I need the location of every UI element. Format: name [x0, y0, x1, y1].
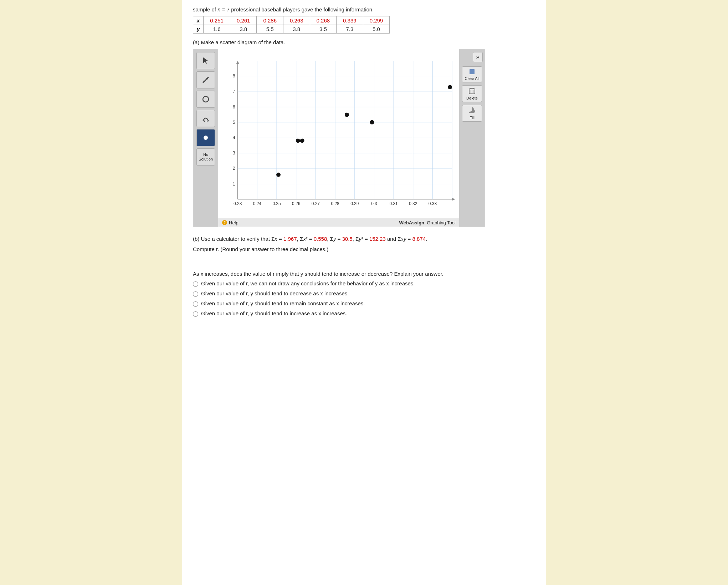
y-label: y — [193, 25, 204, 34]
svg-marker-0 — [203, 57, 208, 64]
svg-text:0.28: 0.28 — [331, 201, 339, 206]
svg-text:5: 5 — [233, 119, 235, 125]
x-val-7: 0.299 — [363, 16, 390, 25]
graph-svg[interactable]: 1 2 3 4 5 6 7 8 0.23 0.24 0.25 0.26 0.27 — [218, 49, 459, 218]
radio-option-2[interactable]: Given our value of r, y should tend to d… — [193, 290, 535, 297]
expand-button[interactable]: » — [473, 52, 483, 62]
graphing-tool: No Solution — [193, 49, 485, 227]
delete-button[interactable]: Delete — [462, 85, 482, 102]
data-point-5 — [345, 113, 349, 117]
x-val-1: 0.251 — [204, 16, 230, 25]
part-a-label: (a) Make a scatter diagram of the data. — [193, 39, 535, 45]
radio-option-1[interactable]: Given our value of r, we can not draw an… — [193, 280, 535, 287]
data-point-1 — [276, 173, 281, 177]
y-val-5: 3.5 — [310, 25, 337, 34]
radio-group: Given our value of r, we can not draw an… — [193, 280, 535, 317]
svg-text:0.29: 0.29 — [350, 201, 359, 206]
cursor-tool-button[interactable] — [196, 52, 215, 69]
arrow-tool-button[interactable] — [196, 71, 215, 88]
increase-text: As x increases, does the value of r impl… — [193, 271, 535, 277]
radio-option-3[interactable]: Given our value of r, y should tend to r… — [193, 300, 535, 307]
svg-text:0.31: 0.31 — [389, 201, 398, 206]
x-val-6: 0.339 — [337, 16, 363, 25]
no-solution-button[interactable]: No Solution — [196, 148, 215, 166]
svg-text:4: 4 — [233, 135, 235, 140]
y-val-7: 5.0 — [363, 25, 390, 34]
data-point-7 — [448, 85, 452, 89]
webassign-credit: WebAssign. Graphing Tool — [399, 220, 456, 225]
x-val-2: 0.261 — [230, 16, 257, 25]
svg-text:0.27: 0.27 — [312, 201, 320, 206]
clear-all-button[interactable]: Clear All — [462, 66, 482, 82]
svg-marker-11 — [452, 198, 455, 200]
help-button[interactable]: ? Help — [222, 220, 239, 225]
x-val-4: 0.263 — [283, 16, 310, 25]
svg-point-7 — [204, 136, 208, 140]
data-point-6 — [370, 120, 374, 124]
svg-text:6: 6 — [233, 104, 235, 110]
data-table: x 0.251 0.261 0.286 0.263 0.268 0.339 0.… — [193, 16, 390, 34]
svg-text:0.32: 0.32 — [409, 201, 417, 206]
fill-button[interactable]: Fill — [462, 105, 482, 122]
r-answer-input[interactable] — [193, 255, 239, 264]
svg-text:?: ? — [224, 221, 226, 225]
data-point-2 — [296, 138, 300, 143]
svg-text:0.23: 0.23 — [234, 201, 242, 206]
svg-text:3: 3 — [233, 150, 235, 156]
part-b-text: (b) Use a calculator to verify that Σx =… — [193, 236, 535, 242]
point-tool-button[interactable] — [196, 129, 215, 146]
y-val-1: 1.6 — [204, 25, 230, 34]
x-val-3: 0.286 — [257, 16, 283, 25]
svg-text:0.26: 0.26 — [292, 201, 301, 206]
svg-text:1: 1 — [233, 181, 235, 187]
svg-text:2: 2 — [233, 166, 235, 171]
y-val-6: 7.3 — [337, 25, 363, 34]
parabola-tool-button[interactable] — [196, 110, 215, 127]
svg-text:0.25: 0.25 — [272, 201, 281, 206]
svg-text:8: 8 — [233, 73, 235, 78]
y-val-2: 3.8 — [230, 25, 257, 34]
x-label: x — [193, 16, 204, 25]
radio-option-4[interactable]: Given our value of r, y should tend to i… — [193, 310, 535, 317]
intro-text: sample of n = 7 professional baseball pl… — [193, 6, 535, 12]
compute-label: Compute r. (Round your answer to three d… — [193, 246, 535, 252]
svg-text:7: 7 — [233, 89, 235, 94]
circle-tool-button[interactable] — [196, 91, 215, 108]
y-val-3: 5.5 — [257, 25, 283, 34]
y-val-4: 3.8 — [283, 25, 310, 34]
tool-sidebar: No Solution — [193, 49, 218, 227]
svg-marker-12 — [236, 61, 239, 64]
svg-text:0.33: 0.33 — [429, 201, 437, 206]
x-val-5: 0.268 — [310, 16, 337, 25]
data-point-3 — [300, 138, 304, 143]
svg-text:0,3: 0,3 — [371, 201, 377, 206]
right-panel: » Clear All Delete — [459, 49, 485, 227]
svg-text:0.24: 0.24 — [253, 201, 262, 206]
svg-point-4 — [203, 96, 209, 102]
svg-rect-53 — [470, 69, 475, 74]
